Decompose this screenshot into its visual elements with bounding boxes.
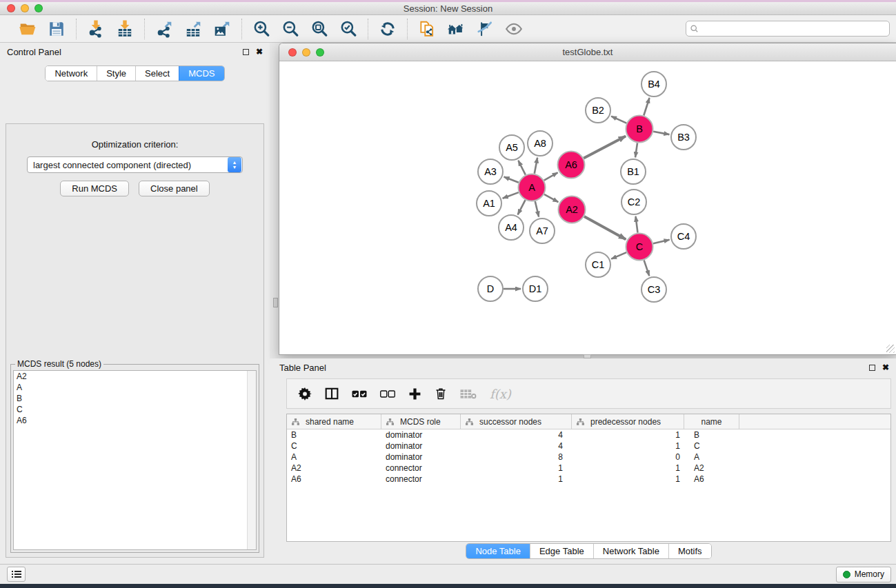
mcds-result-list[interactable]: A2ABCA6 [13, 370, 257, 550]
result-item[interactable]: A6 [14, 415, 256, 426]
show-graphics-details-button[interactable] [504, 19, 524, 39]
result-list-scrollbar[interactable] [247, 371, 256, 549]
hide-columns-button[interactable] [380, 385, 395, 402]
edge-A-A5[interactable] [518, 161, 525, 175]
column-header-predecessor-nodes[interactable]: predecessor nodes [572, 414, 684, 429]
export-image-button[interactable] [212, 19, 232, 39]
network-canvas[interactable]: AA1A3A5A8A4A7A6A2BB2B4B3B1CC2C4C1C3DD1 [279, 62, 896, 354]
node-C1[interactable]: C1 [586, 252, 610, 277]
edge-C-C1[interactable] [611, 252, 626, 258]
node-A5[interactable]: A5 [499, 135, 524, 160]
tab-network-table[interactable]: Network Table [593, 544, 668, 558]
float-panel-icon[interactable] [243, 49, 249, 55]
edge-A-A4[interactable] [518, 200, 526, 214]
node-B1[interactable]: B1 [621, 159, 646, 184]
zoom-in-button[interactable] [252, 19, 271, 39]
network-snapshot-button[interactable] [417, 19, 437, 39]
node-A3[interactable]: A3 [478, 159, 503, 184]
network-close-button[interactable] [288, 48, 297, 57]
edge-B-B2[interactable] [611, 116, 626, 123]
edge-C-C2[interactable] [636, 216, 638, 233]
node-C3[interactable]: C3 [641, 277, 666, 302]
float-table-panel-icon[interactable] [869, 365, 875, 371]
add-row-button[interactable] [408, 385, 421, 402]
result-item[interactable]: C [14, 404, 256, 415]
split-columns-button[interactable] [325, 385, 339, 402]
edge-C-C3[interactable] [644, 260, 650, 276]
node-C[interactable]: C [626, 234, 653, 261]
result-item[interactable]: A [14, 382, 256, 393]
node-A6[interactable]: A6 [558, 152, 585, 179]
table-row[interactable]: A6connector11A6 [287, 474, 890, 485]
optimization-criterion-dropdown[interactable]: largest connected component (directed) ▲… [27, 156, 243, 173]
import-table-button[interactable] [115, 19, 135, 39]
network-graph[interactable]: AA1A3A5A8A4A7A6A2BB2B4B3B1CC2C4C1C3DD1 [279, 62, 896, 355]
export-table-button[interactable] [183, 19, 203, 39]
node-A4[interactable]: A4 [499, 215, 524, 240]
table-row[interactable]: Cdominator41C [287, 440, 890, 452]
zoom-fit-button[interactable] [310, 19, 329, 39]
node-B[interactable]: B [626, 116, 653, 143]
gear-button[interactable] [298, 385, 312, 402]
zoom-out-button[interactable] [281, 19, 300, 39]
network-minimize-button[interactable] [302, 48, 310, 57]
tab-select[interactable]: Select [135, 66, 179, 81]
run-mcds-button[interactable]: Run MCDS [60, 181, 129, 196]
table-row[interactable]: Adominator80A [287, 452, 890, 463]
column-header-name[interactable]: name [684, 414, 739, 429]
birdseye-view-button[interactable] [446, 19, 466, 39]
node-D1[interactable]: D1 [523, 276, 548, 301]
tab-node-table[interactable]: Node Table [466, 544, 530, 558]
node-table[interactable]: shared nameMCDS rolesuccessor nodesprede… [286, 414, 891, 542]
edge-B-B1[interactable] [635, 143, 637, 157]
edge-C-C4[interactable] [653, 240, 670, 244]
show-panels-button[interactable] [7, 567, 26, 582]
result-item[interactable]: A2 [14, 371, 256, 382]
edge-A6-B[interactable] [584, 136, 626, 158]
node-A1[interactable]: A1 [477, 191, 501, 216]
memory-button[interactable]: Memory [836, 567, 891, 582]
column-header-MCDS-role[interactable]: MCDS role [381, 414, 461, 429]
import-network-button[interactable] [86, 19, 106, 39]
show-columns-button[interactable] [352, 385, 367, 402]
open-file-button[interactable] [18, 19, 37, 39]
table-row[interactable]: A2connector11A2 [287, 463, 890, 474]
export-network-button[interactable] [155, 19, 174, 39]
edge-A-A7[interactable] [535, 201, 539, 217]
window-resize-grip[interactable] [886, 345, 895, 353]
node-C4[interactable]: C4 [671, 224, 696, 249]
edge-A-A1[interactable] [503, 192, 519, 199]
edge-A2-C[interactable] [584, 216, 626, 239]
node-A2[interactable]: A2 [559, 196, 586, 223]
column-header-successor-nodes[interactable]: successor nodes [461, 414, 572, 429]
close-table-panel-icon[interactable]: ✖ [882, 363, 889, 372]
node-A7[interactable]: A7 [530, 219, 555, 243]
refresh-view-button[interactable] [378, 19, 397, 39]
node-B3[interactable]: B3 [671, 125, 696, 150]
tab-edge-table[interactable]: Edge Table [530, 544, 593, 558]
result-item[interactable]: B [14, 393, 256, 404]
hide-annotations-button[interactable] [475, 19, 495, 39]
tab-style[interactable]: Style [97, 66, 135, 81]
edge-A-A2[interactable] [544, 194, 558, 202]
search-field[interactable] [686, 21, 890, 37]
tab-network[interactable]: Network [46, 66, 97, 81]
close-panel-button[interactable]: Close panel [139, 181, 210, 196]
search-input[interactable] [699, 23, 889, 34]
node-B4[interactable]: B4 [641, 72, 666, 97]
edge-A-A6[interactable] [544, 172, 558, 180]
delete-row-button[interactable] [435, 385, 447, 402]
node-A[interactable]: A [519, 174, 546, 201]
save-session-button[interactable] [47, 19, 66, 39]
split-divider-handle-vertical[interactable] [273, 298, 278, 307]
zoom-selected-button[interactable] [339, 19, 358, 39]
edge-A-A3[interactable] [504, 177, 519, 183]
edge-B-B4[interactable] [644, 98, 649, 116]
table-row[interactable]: Bdominator41B [287, 429, 890, 440]
edge-B-B3[interactable] [653, 132, 669, 134]
edge-A-A8[interactable] [535, 158, 537, 174]
close-panel-icon[interactable]: ✖ [256, 48, 263, 56]
column-header-shared-name[interactable]: shared name [287, 414, 381, 429]
tab-mcds[interactable]: MCDS [179, 66, 223, 81]
network-maximize-button[interactable] [316, 48, 324, 57]
